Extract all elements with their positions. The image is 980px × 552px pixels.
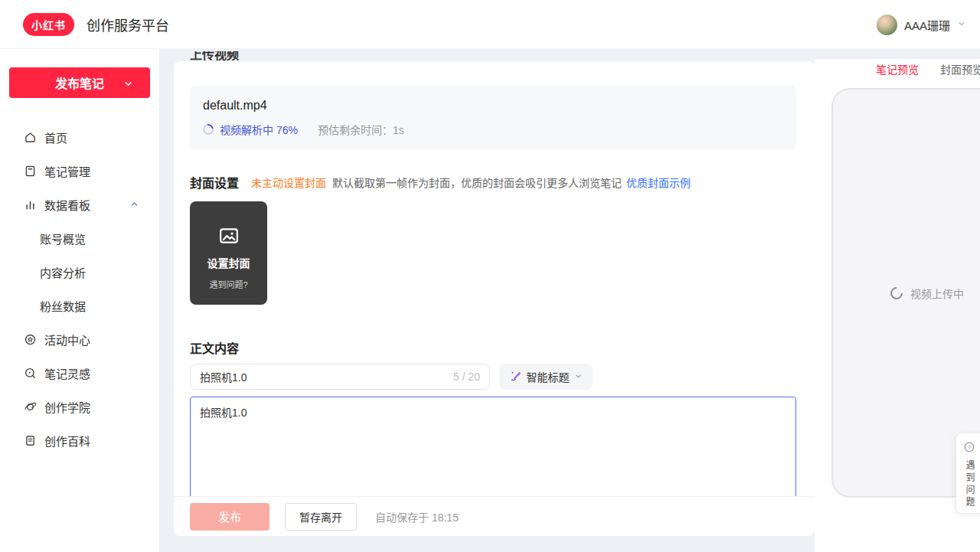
bottom-action-bar: 发布 暂存离开 自动保存于 18:15	[174, 496, 815, 536]
scrolled-section-title: 上传视频	[190, 51, 289, 61]
sidebar-item-label: 笔记管理	[44, 163, 90, 179]
title-counter: 5 / 20	[453, 371, 489, 383]
sidebar-item-creator-academy[interactable]: 创作学院	[0, 390, 159, 423]
help-float-button[interactable]: ? 遇到问题	[956, 433, 980, 514]
parsing-spinner-icon	[201, 122, 215, 136]
cover-hint: 默认截取第一帧作为封面，优质的封面会吸引更多人浏览笔记	[332, 175, 622, 190]
user-chevron-down-icon	[957, 18, 966, 31]
sidebar-item-label: 内容分析	[40, 264, 86, 280]
content-section-title: 正文内容	[190, 338, 239, 357]
video-info-card: default.mp4 视频解析中 76% 预估剩余时间：1s	[190, 86, 796, 150]
cover-section-title: 封面设置	[190, 173, 239, 191]
star-badge-icon	[23, 332, 37, 346]
chevron-down-icon	[123, 78, 133, 92]
smart-title-button[interactable]: 智能标题	[499, 364, 593, 390]
set-cover-label: 设置封面	[207, 255, 250, 270]
help-label: 遇到问题	[963, 460, 976, 509]
sidebar-item-note-inspiration[interactable]: 笔记灵感	[0, 356, 159, 390]
xiaohongshu-logo[interactable]: 小红书	[23, 13, 74, 36]
app-root: 小红书 创作服务平台 AAA珊珊 发布笔记 首页	[0, 0, 980, 552]
sidebar-item-creator-wiki[interactable]: 创作百科	[0, 423, 159, 457]
chevron-up-icon[interactable]	[129, 198, 139, 211]
planet-icon	[23, 400, 37, 413]
sidebar-item-fans-data[interactable]: 粉丝数据	[0, 289, 159, 322]
sidebar-item-data-dashboard[interactable]: 数据看板	[0, 188, 159, 221]
cover-warning: 未主动设置封面	[251, 175, 326, 190]
chart-icon	[23, 198, 37, 211]
notes-icon	[23, 164, 37, 178]
sidebar-item-label: 笔记灵感	[44, 365, 90, 381]
smart-title-chevron-down-icon	[574, 371, 583, 383]
sidebar-item-account-overview[interactable]: 账号概览	[0, 221, 159, 255]
upload-status: 视频上传中	[910, 286, 964, 301]
app-title: 创作服务平台	[87, 15, 169, 34]
logo-text: 小红书	[31, 17, 66, 32]
svg-text:?: ?	[968, 444, 971, 451]
sidebar-item-home[interactable]: 首页	[0, 120, 159, 154]
sidebar-item-label: 首页	[44, 129, 67, 145]
publish-note-label: 发布笔记	[55, 73, 104, 92]
sidebar-item-label: 粉丝数据	[40, 298, 86, 314]
wiki-book-icon	[23, 433, 37, 447]
publish-note-button[interactable]: 发布笔记	[9, 67, 150, 98]
publish-button[interactable]: 发布	[190, 503, 270, 531]
sidebar-item-label: 创作百科	[44, 433, 90, 449]
question-circle-icon: ?	[963, 441, 975, 456]
sidebar-item-note-management[interactable]: 笔记管理	[0, 154, 159, 188]
smart-title-label: 智能标题	[527, 369, 570, 384]
cover-example-link[interactable]: 优质封面示例	[626, 175, 691, 190]
note-title-input[interactable]	[191, 371, 453, 383]
sidebar-item-label: 数据看板	[44, 197, 90, 213]
cover-help-link[interactable]: 遇到问题?	[209, 278, 247, 290]
video-filename: default.mp4	[203, 99, 783, 113]
save-and-leave-button[interactable]: 暂存离开	[285, 503, 357, 531]
tab-note-preview[interactable]: 笔记预览	[876, 61, 919, 77]
sidebar-item-label: 账号概览	[40, 230, 86, 247]
home-icon	[23, 130, 37, 144]
sidebar: 发布笔记 首页 笔记管理 数据看板	[0, 49, 159, 552]
sidebar-item-activity-center[interactable]: 活动中心	[0, 322, 159, 356]
autosave-status: 自动保存于 18:15	[375, 509, 459, 524]
cover-settings-row: 封面设置 未主动设置封面 默认截取第一帧作为封面，优质的封面会吸引更多人浏览笔记…	[190, 173, 691, 191]
inspiration-icon	[23, 366, 37, 380]
image-icon	[219, 227, 239, 248]
tab-cover-preview[interactable]: 封面预览	[940, 61, 980, 77]
main-card: default.mp4 视频解析中 76% 预估剩余时间：1s 封面设置 未主动…	[174, 61, 815, 536]
top-header: 小红书 创作服务平台 AAA珊珊	[0, 0, 980, 49]
magic-pen-icon	[510, 370, 522, 384]
upload-spinner-icon	[888, 284, 906, 302]
avatar	[877, 15, 897, 35]
user-name: AAA珊珊	[904, 17, 950, 33]
sidebar-item-content-analysis[interactable]: 内容分析	[0, 255, 159, 289]
sidebar-item-label: 活动中心	[44, 332, 90, 348]
parsing-status: 视频解析中 76%	[220, 122, 298, 137]
parsing-eta: 预估剩余时间：1s	[318, 122, 404, 137]
user-menu[interactable]: AAA珊珊	[877, 0, 966, 49]
sidebar-nav: 首页 笔记管理 数据看板 账号概览 内容分析	[0, 120, 159, 457]
note-title-field: 5 / 20	[190, 364, 490, 390]
sidebar-item-label: 创作学院	[44, 399, 90, 415]
set-cover-card[interactable]: 设置封面 遇到问题?	[190, 201, 267, 305]
